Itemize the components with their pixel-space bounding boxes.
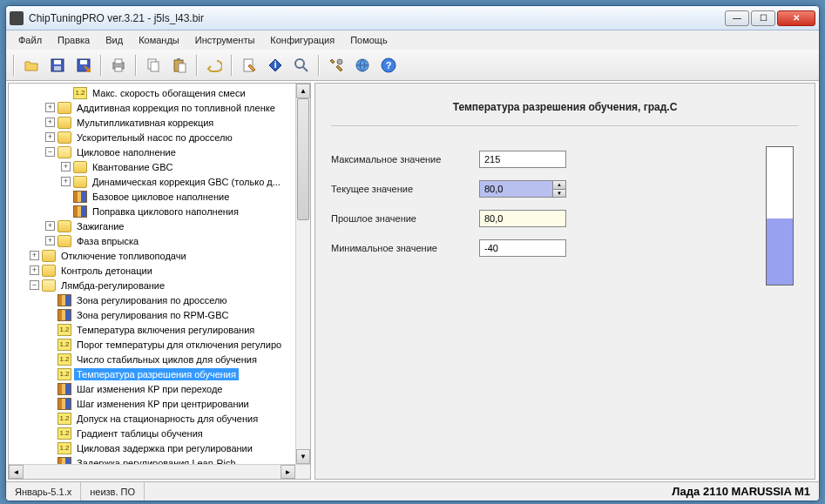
menu-инструменты[interactable]: Инструменты [188, 32, 262, 48]
help-icon: ? [381, 57, 396, 73]
tree-node[interactable]: 1.2Порог температуры для отключения регу… [9, 337, 310, 352]
tree-spacer [45, 399, 55, 408]
tree-label: Базовое цикловое наполнение [90, 191, 232, 203]
tree-label: Зажигание [74, 220, 127, 232]
tree-node[interactable]: +Отключение топливоподачи [9, 248, 310, 263]
svg-rect-4 [80, 60, 87, 64]
menu-помощь[interactable]: Помощь [343, 32, 395, 48]
scroll-left-button[interactable]: ◄ [9, 465, 24, 479]
save-as-button[interactable] [72, 54, 95, 77]
tree-label: Фаза впрыска [74, 235, 141, 247]
tree-node[interactable]: Зона регулирования по дросселю [9, 292, 310, 307]
tree-node[interactable]: 1.2Температура разрешения обучения [9, 366, 310, 381]
tools-button[interactable] [325, 54, 348, 77]
scroll-up-button[interactable]: ▲ [296, 84, 310, 98]
expand-icon[interactable]: + [45, 236, 55, 245]
param-icon: 1.2 [57, 413, 71, 425]
tree-node[interactable]: Шаг изменения КР при центрировании [9, 396, 310, 411]
tree-label: Цикловая задержка при регулировании [74, 442, 255, 454]
scroll-thumb[interactable] [297, 98, 309, 220]
tree-node[interactable]: +Квантование GBC [9, 159, 310, 174]
tree-node[interactable]: Шаг изменения КР при переходе [9, 381, 310, 396]
tree-node[interactable]: +Мультипликативная коррекция [9, 115, 310, 130]
undo-button[interactable] [203, 54, 226, 77]
tree-label: Аддитивная коррекция по топливной пленке [74, 102, 278, 114]
collapse-icon[interactable]: − [30, 280, 39, 290]
open-button[interactable] [20, 54, 43, 77]
expand-icon[interactable]: + [45, 221, 55, 231]
prev-value-field: 80,0 [479, 210, 566, 227]
save-button[interactable] [46, 54, 69, 77]
edit-doc-button[interactable] [238, 54, 260, 77]
tree-node[interactable]: Поправка циклового наполнения [9, 204, 310, 218]
scroll-down-button[interactable]: ▼ [296, 449, 310, 464]
tree-label: Квантование GBC [90, 161, 175, 173]
search-button[interactable] [290, 54, 313, 77]
tree-label: Температура разрешения обучения [74, 368, 239, 380]
titlebar[interactable]: ChipTuningPRO ver.3.21 - j5ls_l43.bir — … [6, 6, 819, 30]
tree-pane[interactable]: 1.2Макс. скорость обогащения смеси+Аддит… [8, 83, 311, 480]
tree-node[interactable]: +Фаза впрыска [9, 233, 310, 248]
tree-node[interactable]: 1.2Температура включения регулирования [9, 322, 310, 337]
help-button[interactable]: ? [377, 54, 400, 77]
detail-panel: Температура разрешения обучения, град.С … [314, 83, 815, 480]
tree-node[interactable]: 1.2Допуск на стационарность для обучения [9, 411, 310, 426]
svg-rect-12 [179, 64, 186, 72]
close-button[interactable]: ✕ [777, 10, 815, 26]
info-button[interactable]: i [264, 54, 287, 77]
statusbar: Январь-5.1.x неизв. ПО Лада 2110 MARUSSI… [6, 481, 819, 501]
tree-node[interactable]: +Динамическая коррекция GBC (только д... [9, 174, 310, 189]
expand-icon[interactable]: + [45, 118, 55, 127]
tree-label: Цикловое наполнение [74, 146, 179, 158]
scroll-right-button[interactable]: ► [281, 465, 295, 479]
toolbar: i? [6, 50, 819, 81]
copy-icon [145, 57, 161, 73]
tree-node[interactable]: +Зажигание [9, 218, 310, 233]
expand-icon[interactable]: + [45, 103, 55, 112]
tree-node[interactable]: 1.2Цикловая задержка при регулировании [9, 440, 310, 455]
menu-команды[interactable]: Команды [132, 32, 186, 48]
expand-icon[interactable]: + [30, 265, 39, 275]
expand-icon[interactable]: + [61, 162, 71, 171]
tree-label: Мультипликативная коррекция [74, 117, 216, 129]
minimize-button[interactable]: — [725, 10, 749, 26]
tree-node[interactable]: 1.2Макс. скорость обогащения смеси [9, 85, 310, 100]
tree-node[interactable]: +Контроль детонации [9, 263, 310, 278]
tree-node[interactable]: Зона регулирования по RPM-GBC [9, 307, 310, 322]
tree-node[interactable]: 1.2Число стабильных циклов для обучения [9, 352, 310, 366]
network-button[interactable] [351, 54, 374, 77]
current-value-input[interactable]: 80,0 ▲▼ [479, 180, 566, 198]
menu-конфигурация[interactable]: Конфигурация [263, 32, 341, 48]
chart-icon [57, 398, 71, 410]
tree-node[interactable]: +Аддитивная коррекция по топливной пленк… [9, 100, 310, 115]
tree-scrollbar-vertical[interactable]: ▲ ▼ [295, 84, 310, 464]
tree-scrollbar-horizontal[interactable]: ◄ ► [9, 464, 310, 479]
tree-label: Динамическая коррекция GBC (только д... [90, 176, 283, 188]
save-icon [50, 57, 65, 73]
svg-rect-9 [151, 62, 159, 71]
collapse-icon[interactable]: − [45, 147, 55, 157]
menu-правка[interactable]: Правка [51, 32, 97, 48]
chart-icon [57, 294, 71, 306]
menu-вид[interactable]: Вид [98, 32, 130, 48]
tree-node[interactable]: +Ускорительный насос по дросселю [9, 130, 310, 144]
window-title: ChipTuningPRO ver.3.21 - j5ls_l43.bir [29, 12, 725, 24]
prev-label: Прошлое значение [331, 213, 479, 224]
spin-up-icon: ▲ [552, 181, 565, 190]
tree-node[interactable]: −Цикловое наполнение [9, 144, 310, 159]
maximize-button[interactable]: ☐ [751, 10, 775, 26]
tree-spacer [61, 192, 71, 201]
menu-файл[interactable]: Файл [11, 32, 49, 48]
tree-node[interactable]: 1.2Градиент таблицы обучения [9, 426, 310, 440]
tree-node[interactable]: Базовое цикловое наполнение [9, 189, 310, 204]
expand-icon[interactable]: + [30, 251, 39, 260]
print-button[interactable] [107, 54, 130, 77]
tree-node[interactable]: −Лямбда-регулирование [9, 278, 310, 292]
copy-button[interactable] [142, 54, 165, 77]
tree-label: Макс. скорость обогащения смеси [90, 87, 248, 99]
expand-icon[interactable]: + [61, 177, 71, 186]
svg-text:i: i [274, 59, 276, 70]
spin-buttons[interactable]: ▲▼ [552, 181, 565, 197]
expand-icon[interactable]: + [45, 132, 55, 142]
paste-button[interactable] [168, 54, 191, 77]
